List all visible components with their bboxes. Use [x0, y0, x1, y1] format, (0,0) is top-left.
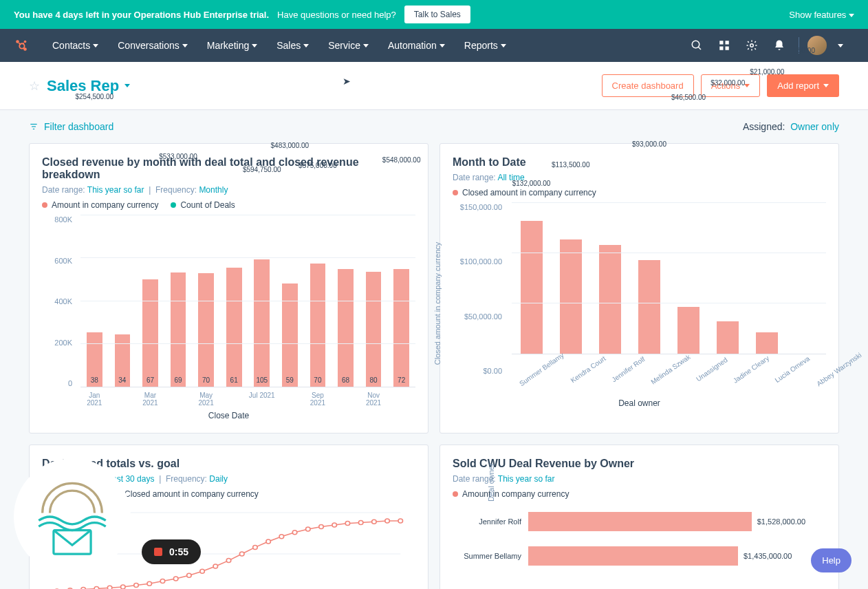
cwu-chart: Jennifer Rolf$1,528,000.00Summer Bellamy… — [453, 504, 826, 589]
svg-point-25 — [121, 585, 126, 589]
svg-point-40 — [319, 524, 324, 528]
svg-point-32 — [213, 564, 218, 568]
svg-point-35 — [253, 545, 258, 549]
navbar: Contacts Conversations Marketing Sales S… — [0, 29, 868, 62]
svg-point-13 — [750, 44, 754, 47]
card-month-to-date: Month to Date Date range: All time Close… — [440, 143, 839, 433]
video-logo-icon — [14, 458, 131, 575]
svg-point-33 — [226, 559, 231, 563]
nav-marketing[interactable]: Marketing — [197, 29, 267, 62]
favorite-star-icon[interactable]: ☆ — [29, 78, 40, 94]
svg-rect-11 — [719, 47, 723, 50]
svg-point-7 — [692, 41, 699, 48]
card-closed-revenue: Closed revenue by month with deal total … — [29, 143, 428, 433]
svg-point-42 — [345, 522, 350, 526]
stop-icon — [154, 548, 162, 556]
card-title: Sold CWU Deal Revenue by Owner — [453, 458, 826, 470]
svg-rect-12 — [726, 47, 729, 50]
nav-service[interactable]: Service — [318, 29, 378, 62]
marketplace-icon[interactable] — [710, 29, 738, 62]
show-features-link[interactable]: Show features — [789, 10, 854, 20]
svg-point-24 — [107, 586, 112, 589]
notifications-icon[interactable] — [766, 29, 793, 62]
help-button[interactable]: Help — [811, 548, 851, 572]
svg-point-46 — [398, 519, 403, 523]
nav-sales[interactable]: Sales — [267, 29, 318, 62]
svg-point-0 — [16, 40, 19, 43]
svg-point-1 — [24, 41, 27, 43]
svg-rect-10 — [726, 41, 729, 44]
svg-point-38 — [292, 531, 297, 535]
filter-icon — [29, 122, 39, 131]
x-axis-title: Deal owner — [453, 398, 826, 408]
svg-line-4 — [19, 43, 21, 45]
svg-line-6 — [23, 48, 25, 49]
account-menu-chevron[interactable] — [827, 29, 854, 62]
search-icon[interactable] — [683, 29, 710, 62]
svg-point-27 — [147, 581, 152, 586]
svg-point-23 — [94, 586, 99, 589]
x-axis-title: Close Date — [42, 411, 415, 420]
svg-point-37 — [279, 535, 284, 539]
trial-banner: You have 4 days left in your Operations … — [0, 0, 868, 29]
nav-automation[interactable]: Automation — [378, 29, 455, 62]
svg-point-28 — [160, 579, 165, 583]
mtd-chart: Closed amount in company currency $150,0… — [453, 203, 826, 396]
hubspot-logo-icon[interactable] — [14, 38, 29, 53]
card-meta: Date range: This year so far — [453, 474, 826, 484]
nav-conversations[interactable]: Conversations — [108, 29, 197, 62]
nav-contacts[interactable]: Contacts — [43, 29, 108, 62]
svg-point-44 — [372, 520, 377, 524]
trial-message: You have 4 days left in your Operations … — [14, 10, 269, 20]
card-cwu-revenue: Sold CWU Deal Revenue by Owner Date rang… — [440, 445, 839, 589]
revenue-chart: 800K600K400K200K0 $254,500.00383467$533,… — [42, 215, 415, 408]
svg-point-34 — [239, 552, 244, 556]
svg-line-5 — [23, 43, 23, 44]
svg-point-36 — [266, 539, 271, 544]
svg-point-45 — [385, 519, 390, 523]
svg-point-41 — [332, 523, 337, 527]
trial-question: Have questions or need help? — [277, 10, 396, 20]
video-overlay: 0:55 — [14, 458, 201, 575]
talk-to-sales-button[interactable]: Talk to Sales — [404, 6, 470, 23]
svg-point-29 — [173, 577, 178, 581]
video-timer[interactable]: 0:55 — [142, 539, 201, 564]
svg-rect-9 — [719, 41, 723, 44]
chart-legend: Amount in company currency — [453, 489, 826, 499]
svg-point-26 — [134, 583, 139, 588]
settings-icon[interactable] — [738, 29, 766, 62]
dashboard-title-dropdown[interactable]: Sales Rep — [47, 77, 130, 95]
nav-reports[interactable]: Reports — [455, 29, 516, 62]
svg-line-8 — [698, 47, 701, 50]
chevron-down-icon — [849, 14, 854, 17]
svg-point-43 — [358, 520, 363, 524]
svg-point-39 — [306, 527, 311, 531]
